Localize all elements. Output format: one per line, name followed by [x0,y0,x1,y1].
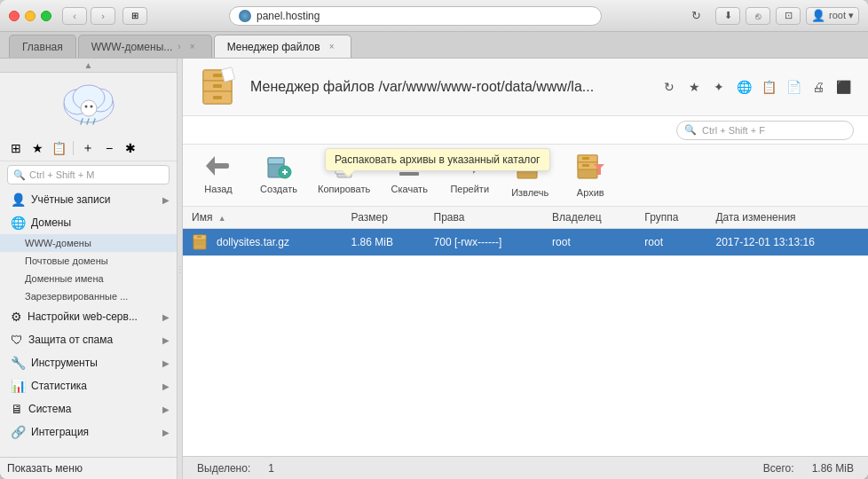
share-icon-button[interactable]: ⎋ [746,7,770,25]
fm-star-icon[interactable]: ★ [683,76,705,98]
fm-cabinet-icon [197,66,240,108]
sidebar-show-menu[interactable]: Показать меню [0,457,177,479]
sidebar-item-stats[interactable]: 📊 Статистика ▶ [0,374,177,397]
download-icon-button[interactable]: ⬇ [715,7,740,25]
fm-refresh-icon[interactable]: ↻ [659,76,680,98]
fm-globe-icon[interactable]: 🌐 [733,76,754,98]
fm-doc-icon[interactable]: 📄 [783,76,804,98]
close-window-button[interactable] [9,11,20,21]
action-create-button[interactable]: Создать [257,152,300,194]
tooltip-text: Распаковать архивы в указанный каталог [335,153,541,166]
sidebar-integration-label: Интеграция [31,426,89,438]
file-name: dollysites.tar.gz [217,236,289,248]
fullscreen-icon-button[interactable]: ⊡ [776,7,801,25]
tab-www-domains[interactable]: WWW-домены... › × [78,35,212,58]
tab-www-domains-label: WWW-домены... [91,41,173,53]
titlebar-right-buttons: ⬇ ⎋ ⊡ 👤 root ▾ [715,7,859,25]
fm-print-icon[interactable]: 🖨 [808,76,829,98]
refresh-button[interactable]: ↻ [683,7,708,25]
file-size-cell: 1.86 MiB [343,229,425,256]
main-area: ▲ [0,59,868,479]
fm-pin-icon[interactable]: ✦ [708,76,730,98]
globe-icon [239,10,251,22]
traffic-lights [9,11,51,21]
sidebar-search[interactable]: 🔍 Ctrl + Shift + M [7,165,170,185]
table-row[interactable]: dollysites.tar.gz 1.86 MiB 700 [-rwx----… [183,229,868,256]
col-modified[interactable]: Дата изменения [706,207,868,229]
sidebar-item-accounts[interactable]: 👤 Учётные записи ▶ [0,188,177,211]
sidebar-settings-icon[interactable]: ✱ [122,139,139,157]
tab-filemanager[interactable]: Менеджер файлов × [214,35,351,58]
col-name[interactable]: Имя ▲ [183,207,343,229]
col-group[interactable]: Группа [635,207,706,229]
statusbar: Выделено: 1 Всего: 1.86 MiB [183,456,868,479]
tab-home[interactable]: Главная [9,35,76,58]
action-back-button[interactable]: Назад [197,152,240,194]
sidebar-add-icon[interactable]: ＋ [79,139,97,157]
sidebar-mail-domains-label: Почтовые домены [25,255,108,266]
sidebar-item-reserved[interactable]: Зарезервированные ... [0,287,177,305]
svg-rect-14 [213,74,222,77]
stats-arrow-icon: ▶ [162,381,170,391]
window-view-button[interactable]: ⊞ [122,7,147,25]
sidebar-toolbar: ⊞ ★ 📋 ＋ − ✱ [0,136,177,161]
sidebar-logo [0,73,177,136]
svg-point-6 [90,106,92,108]
tab-www-close-button[interactable]: × [186,41,199,53]
fm-actions-toolbar: Распаковать архивы в указанный каталог Н… [183,145,868,207]
action-archive-button[interactable]: Архив [569,152,612,198]
tab-arrow-icon: › [178,42,180,51]
fm-copy-icon[interactable]: 📋 [758,76,779,98]
stats-icon: 📊 [11,379,26,393]
titlebar: ‹ › ⊞ panel.hosting ↻ ⬇ ⎋ ⊡ 👤 root ▾ [0,0,868,32]
sidebar-item-integration[interactable]: 🔗 Интеграция ▶ [0,420,177,444]
svg-rect-48 [597,166,601,175]
sidebar-item-domain-names[interactable]: Доменные имена [0,270,177,287]
system-icon: 🖥 [11,402,23,416]
minimize-window-button[interactable] [25,11,36,21]
sidebar-item-web-settings[interactable]: ⚙ Настройки web-серв... ▶ [0,305,177,328]
svg-rect-46 [582,164,589,167]
spam-icon: 🛡 [11,333,23,347]
sidebar-star-icon[interactable]: ★ [28,139,46,157]
fm-search-input[interactable]: 🔍 Ctrl + Shift + F [676,121,854,140]
sidebar-scroll-up[interactable]: ▲ [0,59,177,73]
maximize-window-button[interactable] [41,11,51,21]
svg-point-4 [81,100,97,116]
svg-point-5 [84,106,87,108]
address-input[interactable]: panel.hosting [229,6,602,26]
tab-filemanager-close-button[interactable]: × [326,41,338,53]
sidebar-item-www-domains[interactable]: WWW-домены [0,234,177,252]
accounts-icon: 👤 [11,192,26,207]
fm-file-table: Имя ▲ Размер Права Владелец Группа Дата … [183,207,868,456]
tab-home-label: Главная [22,41,63,53]
integration-icon: 🔗 [11,425,26,439]
sidebar-item-spam[interactable]: 🛡 Защита от спама ▶ [0,328,177,351]
forward-nav-button[interactable]: › [91,7,115,25]
sidebar-bottom-label: Показать меню [7,462,83,475]
fm-more-icon[interactable]: ⬛ [832,76,854,98]
file-owner-cell: root [543,229,635,256]
col-size[interactable]: Размер [343,207,425,229]
svg-rect-30 [399,172,419,176]
svg-rect-21 [268,158,284,164]
selected-label: Выделено: [197,462,250,475]
file-type-icon [192,233,209,251]
sidebar-item-mail-domains[interactable]: Почтовые домены [0,252,177,270]
sidebar-minus-icon[interactable]: − [100,139,118,157]
col-rights[interactable]: Права [425,207,543,229]
sidebar-item-system[interactable]: 🖥 Система ▶ [0,397,177,420]
user-menu-button[interactable]: 👤 root ▾ [806,7,859,25]
user-label: root ▾ [829,10,854,21]
address-text: panel.hosting [256,10,320,22]
sidebar-item-domains[interactable]: 🌐 Домены [0,211,177,234]
accounts-arrow-icon: ▶ [162,195,170,205]
tools-icon: 🔧 [11,356,26,370]
back-nav-button[interactable]: ‹ [62,7,87,25]
col-owner[interactable]: Владелец [543,207,635,229]
action-back-label: Назад [204,184,233,194]
sidebar-grid-icon[interactable]: ⊞ [7,139,25,157]
sidebar-item-tools[interactable]: 🔧 Инструменты ▶ [0,351,177,374]
sidebar-search-placeholder: Ctrl + Shift + M [29,169,94,180]
sidebar-clipboard-icon[interactable]: 📋 [50,139,67,157]
